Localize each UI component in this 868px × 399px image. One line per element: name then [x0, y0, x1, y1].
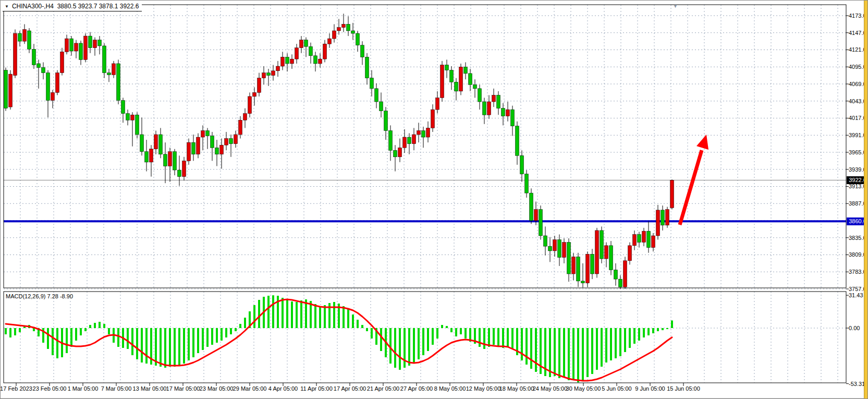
macd-axis-label: 0.00 — [849, 324, 860, 332]
macd-bar — [619, 328, 621, 356]
macd-bar — [586, 328, 589, 377]
candle-body — [638, 234, 641, 242]
macd-bar — [483, 328, 485, 349]
macd-bar — [558, 328, 560, 378]
scroll-position-icon[interactable]: ▼ — [673, 4, 678, 9]
candle-body — [422, 130, 425, 137]
chart-title[interactable]: ▼CHINA300-,H4 3880.5 3923.7 3878.1 3922.… — [3, 2, 142, 11]
macd-bar — [267, 296, 270, 328]
candle-body — [436, 98, 439, 110]
time-axis-label: 5 Jun 05:00 — [602, 385, 632, 392]
candle-body — [506, 110, 510, 116]
candle-body — [75, 43, 78, 51]
candle-body — [319, 59, 322, 64]
candle-body — [164, 154, 167, 166]
trend-arrow-shaft[interactable] — [680, 150, 702, 225]
candle-body — [581, 281, 585, 283]
macd-bar — [300, 300, 302, 328]
macd-bar — [174, 328, 176, 367]
macd-bar — [554, 328, 556, 376]
window-side-strip — [864, 1, 867, 399]
candle-body — [79, 43, 83, 59]
macd-bar — [80, 328, 82, 335]
macd-bar — [14, 328, 16, 335]
macd-bar — [235, 328, 237, 331]
candle-body — [370, 78, 374, 89]
macd-bar — [629, 328, 631, 348]
macd-bar — [75, 328, 77, 341]
candle-body — [670, 180, 674, 208]
candle-body — [267, 73, 271, 76]
macd-bar — [511, 328, 514, 349]
candle-body — [272, 71, 275, 76]
candle-body — [258, 78, 261, 93]
macd-bar — [371, 328, 373, 338]
candle-body — [464, 67, 468, 74]
macd-bar — [202, 328, 204, 350]
candle-body — [117, 64, 120, 101]
macd-bar — [488, 328, 490, 347]
candle-body — [497, 95, 500, 108]
candle-body — [441, 65, 444, 98]
candle-body — [450, 70, 454, 82]
candle-body — [567, 243, 571, 274]
macd-bar — [244, 318, 246, 328]
macd-bar — [418, 328, 420, 359]
candle-body — [591, 254, 594, 274]
macd-indicator-label: MACD(12,26,9) 7.28 -8.90 — [6, 293, 73, 299]
macd-bar — [615, 328, 617, 358]
candle-body — [342, 24, 346, 27]
macd-bar — [188, 328, 190, 360]
candle-body — [84, 36, 88, 59]
time-axis-label: 21 Apr 05:00 — [367, 385, 399, 392]
macd-bar — [633, 328, 635, 344]
macd-bar — [507, 328, 509, 347]
macd-bar — [164, 328, 166, 368]
candle-body — [351, 31, 355, 33]
candle-body — [525, 174, 529, 194]
macd-panel-frame — [4, 292, 846, 383]
candle-body — [192, 142, 195, 154]
candle-body — [304, 40, 308, 47]
macd-bar — [399, 328, 401, 370]
candle-body — [37, 64, 41, 68]
candle-body — [356, 33, 360, 45]
symbol-dropdown-icon[interactable]: ▼ — [5, 4, 9, 9]
candle-body — [197, 137, 200, 154]
macd-bar — [103, 324, 105, 328]
time-axis-label: 11 Apr 05:00 — [300, 385, 333, 392]
candle-body — [262, 73, 266, 78]
candle-body — [145, 152, 149, 162]
chart-plot-area[interactable] — [1, 1, 868, 399]
trend-arrow-head[interactable] — [696, 135, 708, 150]
candle-body — [605, 246, 608, 259]
macd-bar — [117, 328, 119, 347]
candle-body — [309, 46, 313, 56]
candle-body — [572, 257, 576, 274]
macd-bar — [497, 328, 499, 346]
macd-bar — [357, 320, 359, 328]
candle-body — [140, 135, 144, 152]
macd-bar — [643, 328, 645, 337]
macd-bar — [160, 328, 162, 367]
macd-bar — [413, 328, 415, 362]
macd-bar — [535, 328, 537, 372]
macd-label: MACD(12,26,9) — [6, 293, 45, 299]
macd-bar — [596, 328, 598, 370]
macd-bar — [347, 309, 349, 328]
candle-body — [182, 161, 186, 176]
macd-bar — [206, 328, 209, 347]
candle-body — [150, 149, 153, 162]
candle-body — [333, 31, 336, 39]
macd-bar — [70, 328, 72, 347]
macd-bar — [464, 328, 467, 338]
candle-body — [23, 29, 27, 41]
candle-body — [553, 240, 557, 251]
title-symbol: CHINA300-,H4 — [12, 3, 54, 10]
macd-bar — [450, 328, 453, 332]
candle-body — [469, 74, 472, 84]
time-axis-label: 23 Feb 05:00 — [33, 385, 67, 392]
candle-body — [300, 40, 303, 48]
candle-body — [253, 92, 256, 96]
macd-bar — [197, 328, 199, 353]
